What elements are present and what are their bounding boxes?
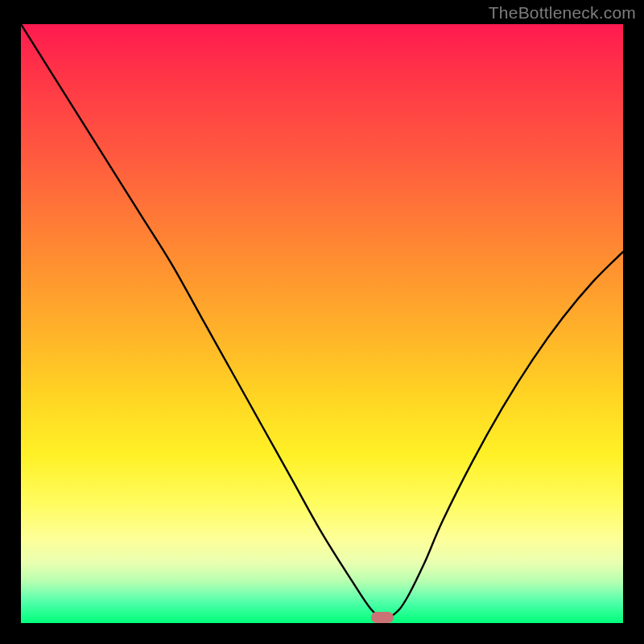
bottleneck-curve [21,24,623,623]
attribution-text: TheBottleneck.com [489,3,636,23]
optimal-point-marker [371,612,394,623]
chart-plot-area [21,24,623,623]
